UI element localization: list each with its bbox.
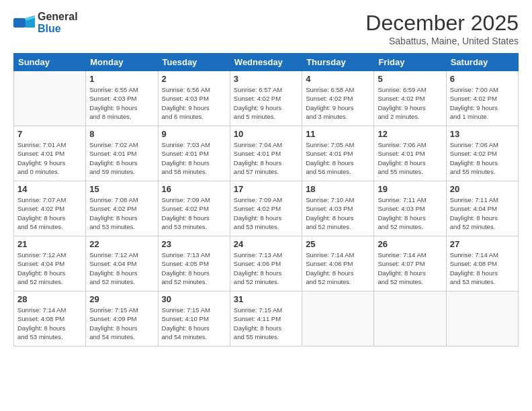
col-wednesday: Wednesday xyxy=(230,54,302,71)
calendar-cell: 8Sunrise: 7:02 AM Sunset: 4:01 PM Daylig… xyxy=(86,126,158,181)
day-number: 18 xyxy=(306,184,370,194)
day-info: Sunrise: 7:12 AM Sunset: 4:04 PM Dayligh… xyxy=(17,250,82,286)
logo-blue-text: Blue xyxy=(38,23,78,35)
day-info: Sunrise: 6:56 AM Sunset: 4:03 PM Dayligh… xyxy=(162,85,226,121)
svg-rect-0 xyxy=(13,18,26,28)
calendar-cell: 16Sunrise: 7:09 AM Sunset: 4:02 PM Dayli… xyxy=(158,181,230,236)
calendar-cell: 31Sunrise: 7:15 AM Sunset: 4:11 PM Dayli… xyxy=(230,291,302,347)
calendar-cell: 15Sunrise: 7:08 AM Sunset: 4:02 PM Dayli… xyxy=(86,181,158,236)
day-number: 11 xyxy=(306,129,370,139)
day-number: 28 xyxy=(17,294,82,304)
day-info: Sunrise: 7:10 AM Sunset: 4:03 PM Dayligh… xyxy=(306,195,370,231)
calendar-cell: 9Sunrise: 7:03 AM Sunset: 4:01 PM Daylig… xyxy=(158,126,230,181)
calendar-cell: 14Sunrise: 7:07 AM Sunset: 4:02 PM Dayli… xyxy=(14,181,86,236)
calendar-table: Sunday Monday Tuesday Wednesday Thursday… xyxy=(13,53,519,347)
day-number: 17 xyxy=(234,184,298,194)
calendar-week-row: 21Sunrise: 7:12 AM Sunset: 4:04 PM Dayli… xyxy=(14,236,519,291)
day-number: 13 xyxy=(450,129,515,139)
calendar-cell xyxy=(302,291,374,347)
calendar-cell: 30Sunrise: 7:15 AM Sunset: 4:10 PM Dayli… xyxy=(158,291,230,347)
day-info: Sunrise: 7:12 AM Sunset: 4:04 PM Dayligh… xyxy=(89,250,154,286)
day-number: 2 xyxy=(162,74,226,84)
day-info: Sunrise: 7:00 AM Sunset: 4:02 PM Dayligh… xyxy=(450,85,515,121)
day-number: 12 xyxy=(378,129,442,139)
calendar-cell: 7Sunrise: 7:01 AM Sunset: 4:01 PM Daylig… xyxy=(14,126,86,181)
day-number: 14 xyxy=(17,184,82,194)
day-number: 7 xyxy=(17,129,82,139)
day-info: Sunrise: 7:09 AM Sunset: 4:02 PM Dayligh… xyxy=(234,195,298,231)
calendar-week-row: 1Sunrise: 6:55 AM Sunset: 4:03 PM Daylig… xyxy=(14,71,519,126)
day-number: 24 xyxy=(234,239,298,249)
day-number: 25 xyxy=(306,239,370,249)
day-info: Sunrise: 7:13 AM Sunset: 4:06 PM Dayligh… xyxy=(234,250,298,286)
day-info: Sunrise: 7:02 AM Sunset: 4:01 PM Dayligh… xyxy=(89,140,154,176)
day-info: Sunrise: 6:57 AM Sunset: 4:02 PM Dayligh… xyxy=(234,85,298,121)
day-info: Sunrise: 7:15 AM Sunset: 4:11 PM Dayligh… xyxy=(234,306,298,341)
calendar-cell: 3Sunrise: 6:57 AM Sunset: 4:02 PM Daylig… xyxy=(230,71,302,126)
calendar-cell: 2Sunrise: 6:56 AM Sunset: 4:03 PM Daylig… xyxy=(158,71,230,126)
calendar-week-row: 28Sunrise: 7:14 AM Sunset: 4:08 PM Dayli… xyxy=(14,291,519,347)
col-friday: Friday xyxy=(374,54,446,71)
calendar-cell: 21Sunrise: 7:12 AM Sunset: 4:04 PM Dayli… xyxy=(14,236,86,291)
day-number: 31 xyxy=(234,294,298,304)
logo: General Blue xyxy=(13,11,78,34)
calendar-cell: 20Sunrise: 7:11 AM Sunset: 4:04 PM Dayli… xyxy=(446,181,518,236)
day-number: 30 xyxy=(162,294,226,304)
day-number: 8 xyxy=(89,129,154,139)
day-number: 19 xyxy=(378,184,442,194)
calendar-cell: 17Sunrise: 7:09 AM Sunset: 4:02 PM Dayli… xyxy=(230,181,302,236)
calendar-cell xyxy=(446,291,518,347)
logo-general-text: General xyxy=(38,11,78,23)
day-info: Sunrise: 7:11 AM Sunset: 4:04 PM Dayligh… xyxy=(450,195,515,231)
month-title: December 2025 xyxy=(365,11,519,36)
calendar-cell: 28Sunrise: 7:14 AM Sunset: 4:08 PM Dayli… xyxy=(14,291,86,347)
col-saturday: Saturday xyxy=(446,54,518,71)
day-number: 9 xyxy=(162,129,226,139)
col-sunday: Sunday xyxy=(14,54,86,71)
page-header: General Blue December 2025 Sabattus, Mai… xyxy=(13,11,519,46)
day-number: 22 xyxy=(89,239,154,249)
day-info: Sunrise: 6:55 AM Sunset: 4:03 PM Dayligh… xyxy=(89,85,154,121)
calendar-cell: 29Sunrise: 7:15 AM Sunset: 4:09 PM Dayli… xyxy=(86,291,158,347)
day-number: 6 xyxy=(450,74,515,84)
day-number: 10 xyxy=(234,129,298,139)
title-block: December 2025 Sabattus, Maine, United St… xyxy=(365,11,519,46)
calendar-cell: 11Sunrise: 7:05 AM Sunset: 4:01 PM Dayli… xyxy=(302,126,374,181)
calendar-week-row: 14Sunrise: 7:07 AM Sunset: 4:02 PM Dayli… xyxy=(14,181,519,236)
calendar-cell xyxy=(14,71,86,126)
location-text: Sabattus, Maine, United States xyxy=(365,36,519,46)
day-number: 23 xyxy=(162,239,226,249)
day-info: Sunrise: 7:06 AM Sunset: 4:02 PM Dayligh… xyxy=(450,140,515,176)
day-info: Sunrise: 7:03 AM Sunset: 4:01 PM Dayligh… xyxy=(162,140,226,176)
calendar-cell: 4Sunrise: 6:58 AM Sunset: 4:02 PM Daylig… xyxy=(302,71,374,126)
day-number: 27 xyxy=(450,239,515,249)
calendar-cell: 22Sunrise: 7:12 AM Sunset: 4:04 PM Dayli… xyxy=(86,236,158,291)
logo-icon xyxy=(13,15,35,30)
day-number: 5 xyxy=(378,74,442,84)
day-info: Sunrise: 7:11 AM Sunset: 4:03 PM Dayligh… xyxy=(378,195,442,231)
day-info: Sunrise: 7:14 AM Sunset: 4:08 PM Dayligh… xyxy=(17,306,82,341)
calendar-cell: 1Sunrise: 6:55 AM Sunset: 4:03 PM Daylig… xyxy=(86,71,158,126)
calendar-cell: 25Sunrise: 7:14 AM Sunset: 4:06 PM Dayli… xyxy=(302,236,374,291)
day-info: Sunrise: 7:01 AM Sunset: 4:01 PM Dayligh… xyxy=(17,140,82,176)
day-info: Sunrise: 7:08 AM Sunset: 4:02 PM Dayligh… xyxy=(89,195,154,231)
calendar-cell: 10Sunrise: 7:04 AM Sunset: 4:01 PM Dayli… xyxy=(230,126,302,181)
day-number: 3 xyxy=(234,74,298,84)
calendar-header-row: Sunday Monday Tuesday Wednesday Thursday… xyxy=(14,54,519,71)
page-container: General Blue December 2025 Sabattus, Mai… xyxy=(0,0,532,353)
calendar-cell: 13Sunrise: 7:06 AM Sunset: 4:02 PM Dayli… xyxy=(446,126,518,181)
day-info: Sunrise: 7:15 AM Sunset: 4:09 PM Dayligh… xyxy=(89,306,154,341)
calendar-cell xyxy=(374,291,446,347)
day-info: Sunrise: 7:06 AM Sunset: 4:01 PM Dayligh… xyxy=(378,140,442,176)
calendar-cell: 23Sunrise: 7:13 AM Sunset: 4:05 PM Dayli… xyxy=(158,236,230,291)
day-info: Sunrise: 7:14 AM Sunset: 4:08 PM Dayligh… xyxy=(450,250,515,286)
calendar-cell: 19Sunrise: 7:11 AM Sunset: 4:03 PM Dayli… xyxy=(374,181,446,236)
day-number: 1 xyxy=(89,74,154,84)
day-info: Sunrise: 7:15 AM Sunset: 4:10 PM Dayligh… xyxy=(162,306,226,341)
calendar-cell: 5Sunrise: 6:59 AM Sunset: 4:02 PM Daylig… xyxy=(374,71,446,126)
day-number: 16 xyxy=(162,184,226,194)
calendar-cell: 27Sunrise: 7:14 AM Sunset: 4:08 PM Dayli… xyxy=(446,236,518,291)
day-info: Sunrise: 7:05 AM Sunset: 4:01 PM Dayligh… xyxy=(306,140,370,176)
calendar-cell: 18Sunrise: 7:10 AM Sunset: 4:03 PM Dayli… xyxy=(302,181,374,236)
col-thursday: Thursday xyxy=(302,54,374,71)
